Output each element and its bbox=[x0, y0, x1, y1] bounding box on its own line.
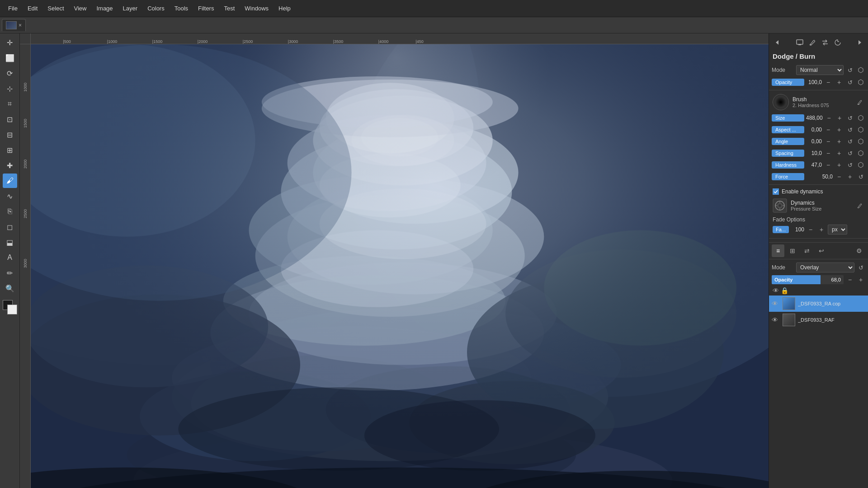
hardness-chain-btn[interactable] bbox=[856, 160, 865, 169]
brush-preview[interactable] bbox=[773, 94, 789, 110]
enable-dynamics-checkbox[interactable] bbox=[773, 188, 779, 195]
menu-tools[interactable]: Tools bbox=[170, 3, 193, 14]
angle-chain-btn[interactable] bbox=[856, 137, 865, 146]
paintbrush-btn[interactable]: 🖌 bbox=[3, 174, 17, 188]
aspect-plus-btn[interactable]: + bbox=[835, 125, 844, 134]
tab-undo-btn[interactable]: ↩ bbox=[815, 244, 828, 257]
force-reset-btn[interactable]: ↺ bbox=[856, 172, 865, 181]
spacing-minus-btn[interactable]: − bbox=[824, 149, 833, 158]
angle-minus-btn[interactable]: − bbox=[824, 137, 833, 146]
tab-channels-btn[interactable]: ⊞ bbox=[786, 244, 799, 257]
move-tool-btn[interactable]: ✛ bbox=[3, 35, 17, 50]
aspect-minus-btn[interactable]: − bbox=[824, 125, 833, 134]
menu-view[interactable]: View bbox=[70, 3, 91, 14]
fill-btn[interactable]: ⬓ bbox=[3, 235, 17, 249]
heal-btn[interactable]: ✚ bbox=[3, 158, 17, 173]
mode-select[interactable]: Normal Multiply Screen Overlay Dodge Bur… bbox=[796, 65, 844, 75]
aspect-btn[interactable]: Aspect ... bbox=[772, 126, 804, 133]
layer-copy-eye[interactable]: 👁 bbox=[772, 300, 778, 307]
clone-btn[interactable]: ⎘ bbox=[3, 204, 17, 219]
hardness-minus-btn[interactable]: − bbox=[824, 160, 833, 169]
spacing-chain-btn[interactable] bbox=[856, 149, 865, 158]
fade-minus-btn[interactable]: − bbox=[806, 225, 815, 234]
menu-file[interactable]: File bbox=[4, 3, 22, 14]
dynamics-edit-btn[interactable] bbox=[855, 201, 864, 210]
view-tool-btn[interactable]: ⬜ bbox=[3, 51, 17, 65]
canvas-tab[interactable]: × bbox=[2, 19, 26, 31]
smudge-btn[interactable]: ∿ bbox=[3, 189, 17, 203]
canvas-area[interactable] bbox=[31, 44, 769, 488]
fade-unit-select[interactable]: px % bbox=[828, 225, 847, 235]
layer-mode-select[interactable]: Overlay Normal Multiply Screen Dodge Bur… bbox=[796, 263, 854, 272]
path-btn[interactable]: ✏ bbox=[3, 266, 17, 280]
zoom-btn[interactable]: 🔍 bbox=[3, 281, 17, 296]
angle-reset-btn[interactable]: ↺ bbox=[845, 137, 854, 146]
guides-btn[interactable]: ⊞ bbox=[3, 143, 17, 157]
panel-swap-btn[interactable] bbox=[820, 37, 830, 48]
spacing-plus-btn[interactable]: + bbox=[835, 149, 844, 158]
hardness-reset-btn[interactable]: ↺ bbox=[845, 160, 854, 169]
layer-eye-icon[interactable]: 👁 bbox=[773, 287, 779, 294]
size-plus-btn[interactable]: + bbox=[835, 113, 844, 122]
brush-edit-btn[interactable] bbox=[855, 98, 864, 107]
tab-close[interactable]: × bbox=[19, 22, 22, 28]
opacity-plus-btn[interactable]: + bbox=[835, 78, 844, 87]
menu-windows[interactable]: Windows bbox=[240, 3, 273, 14]
size-btn[interactable]: Size bbox=[772, 114, 804, 122]
size-chain-btn[interactable] bbox=[856, 113, 865, 122]
layer-align-btn[interactable]: ⊟ bbox=[3, 127, 17, 142]
aspect-chain-btn[interactable] bbox=[856, 125, 865, 134]
opacity-chain-btn[interactable] bbox=[856, 78, 865, 87]
eraser-btn[interactable]: ◻ bbox=[3, 220, 17, 234]
mode-reset-btn[interactable]: ↺ bbox=[845, 66, 854, 75]
lasso-tool-btn[interactable]: ⟳ bbox=[3, 66, 17, 80]
force-plus-btn[interactable]: + bbox=[845, 172, 854, 181]
menu-test[interactable]: Test bbox=[219, 3, 239, 14]
panel-history-btn[interactable] bbox=[832, 37, 843, 48]
force-minus-btn[interactable]: − bbox=[835, 172, 844, 181]
hardness-btn[interactable]: Hardness bbox=[772, 161, 804, 169]
panel-display-btn[interactable] bbox=[794, 37, 805, 48]
tab-layers-btn[interactable]: ≡ bbox=[772, 244, 784, 257]
transform-btn[interactable]: ⌗ bbox=[3, 97, 17, 111]
panel-prev-btn[interactable] bbox=[772, 37, 783, 48]
aspect-reset-btn[interactable]: ↺ bbox=[845, 125, 854, 134]
spacing-reset-btn[interactable]: ↺ bbox=[845, 149, 854, 158]
menu-help[interactable]: Help bbox=[274, 3, 295, 14]
layer-raf-eye[interactable]: 👁 bbox=[772, 316, 778, 324]
layer-mode-reset-btn[interactable]: ↺ bbox=[856, 263, 865, 272]
free-select-btn[interactable]: ⊹ bbox=[3, 81, 17, 96]
force-btn[interactable]: Force bbox=[772, 173, 804, 180]
layer-item-copy[interactable]: 👁 _DSF0933_RA cop bbox=[769, 296, 868, 312]
panel-next-btn[interactable] bbox=[854, 37, 865, 48]
menu-select[interactable]: Select bbox=[43, 3, 68, 14]
panel-brush-btn[interactable] bbox=[807, 37, 818, 48]
layer-opacity-plus-btn[interactable]: + bbox=[856, 275, 865, 284]
layer-item-raf[interactable]: 👁 _DSF0933_RAF bbox=[769, 312, 868, 328]
opacity-reset-btn[interactable]: ↺ bbox=[845, 78, 854, 87]
fade-btn[interactable]: Fa... bbox=[773, 226, 789, 233]
mode-reset2-btn[interactable] bbox=[856, 66, 865, 75]
tab-config-btn[interactable]: ⚙ bbox=[853, 244, 865, 257]
text-btn[interactable]: A bbox=[3, 250, 17, 265]
crop-btn[interactable]: ⊡ bbox=[3, 112, 17, 127]
menu-layer[interactable]: Layer bbox=[118, 3, 142, 14]
menu-filters[interactable]: Filters bbox=[193, 3, 218, 14]
opacity-btn[interactable]: Opacity bbox=[772, 79, 804, 86]
menu-edit[interactable]: Edit bbox=[23, 3, 42, 14]
layer-lock-icon[interactable]: 🔒 bbox=[781, 287, 788, 294]
menu-colors[interactable]: Colors bbox=[143, 3, 169, 14]
menu-image[interactable]: Image bbox=[92, 3, 117, 14]
layer-opacity-minus-btn[interactable]: − bbox=[845, 275, 854, 284]
size-reset-btn[interactable]: ↺ bbox=[846, 113, 855, 122]
spacing-btn[interactable]: Spacing bbox=[772, 150, 804, 157]
angle-plus-btn[interactable]: + bbox=[835, 137, 844, 146]
dynamics-icon[interactable] bbox=[773, 198, 787, 213]
tab-paths-btn[interactable]: ⇄ bbox=[801, 244, 813, 257]
hardness-plus-btn[interactable]: + bbox=[835, 160, 844, 169]
opacity-minus-btn[interactable]: − bbox=[824, 78, 833, 87]
size-minus-btn[interactable]: − bbox=[825, 113, 834, 122]
color-selector[interactable] bbox=[3, 300, 17, 314]
angle-btn[interactable]: Angle bbox=[772, 138, 804, 145]
layer-opacity-bar[interactable]: Opacity 68,0 bbox=[772, 275, 844, 284]
